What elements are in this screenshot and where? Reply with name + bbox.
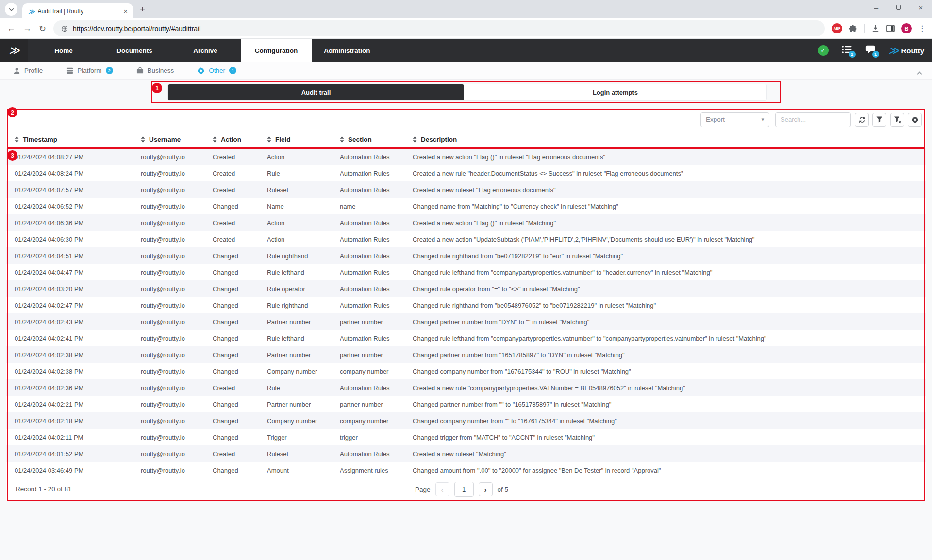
download-icon[interactable] [871, 24, 880, 33]
column-header-field[interactable]: Field [267, 136, 340, 143]
tab-login-attempts[interactable]: Login attempts [464, 84, 766, 100]
cell-action: Changed [213, 285, 267, 293]
search-input[interactable] [775, 112, 851, 127]
column-header-description[interactable]: Description [413, 136, 926, 143]
table-row[interactable]: 01/24/2024 04:01:52 PM routty@routty.io … [6, 445, 926, 462]
collapse-panel-button[interactable] [918, 69, 921, 78]
reload-icon[interactable]: ↻ [39, 23, 46, 34]
nav-item-home[interactable]: Home [28, 39, 99, 62]
adblock-extension-icon[interactable]: ABP [832, 23, 842, 33]
table-row[interactable]: 01/24/2024 03:46:49 PM routty@routty.io … [6, 462, 926, 478]
cell-username: routty@routty.io [141, 219, 213, 227]
table-row[interactable]: 01/24/2024 04:04:47 PM routty@routty.io … [6, 264, 926, 280]
subnav-item-business[interactable]: Business [136, 67, 174, 74]
next-page-button[interactable]: › [479, 482, 493, 496]
cell-username: routty@routty.io [141, 153, 213, 161]
table-row[interactable]: 01/24/2024 04:08:27 PM routty@routty.io … [6, 148, 926, 165]
address-bar[interactable]: https://dev.routty.be/portal/routty/#aud… [53, 20, 825, 36]
brand[interactable]: ≫ Routty [889, 45, 924, 56]
forward-icon[interactable]: → [23, 23, 32, 33]
window-maximize-button[interactable] [887, 0, 910, 15]
refresh-button[interactable] [855, 113, 869, 127]
table-row[interactable]: 01/24/2024 04:08:24 PM routty@routty.io … [6, 165, 926, 181]
task-list-button[interactable]: 2 [842, 45, 852, 56]
browser-menu-icon[interactable]: ⋮ [918, 24, 926, 33]
profile-avatar[interactable]: B [901, 23, 912, 33]
column-header-timestamp[interactable]: Timestamp [15, 136, 141, 143]
page-label: Page [415, 486, 431, 493]
column-header-section[interactable]: Section [340, 136, 413, 143]
page-input[interactable] [454, 482, 474, 497]
tab-search-button[interactable] [5, 3, 17, 16]
cell-timestamp: 01/24/2024 04:02:47 PM [15, 302, 141, 309]
window-close-button[interactable]: × [910, 0, 932, 15]
nav-item-administration[interactable]: Administration [312, 39, 383, 62]
cell-timestamp: 01/24/2024 04:02:11 PM [15, 434, 141, 441]
nav-item-documents[interactable]: Documents [99, 39, 170, 62]
column-header-username[interactable]: Username [141, 136, 213, 143]
window-minimize-button[interactable]: – [865, 0, 887, 15]
table-footer: Record 1 - 20 of 81 Page ‹ › of 5 [6, 478, 926, 501]
cell-action: Created [213, 170, 267, 177]
filter-button[interactable] [872, 113, 886, 127]
new-tab-button[interactable]: + [140, 4, 145, 15]
cell-field: Action [267, 236, 340, 243]
clear-filter-button[interactable] [890, 113, 904, 127]
cell-timestamp: 01/24/2024 04:08:27 PM [15, 153, 141, 161]
subnav-item-platform[interactable]: Platform 2 [66, 67, 113, 74]
table-row[interactable]: 01/24/2024 04:02:47 PM routty@routty.io … [6, 297, 926, 313]
cell-username: routty@routty.io [141, 384, 213, 392]
cell-section: Automation Rules [340, 219, 413, 227]
cell-description: Created a new action "UpdateSubtask ('PI… [413, 236, 926, 243]
tab-audit-trail[interactable]: Audit trail [168, 84, 464, 100]
table-row[interactable]: 01/24/2024 04:02:38 PM routty@routty.io … [6, 346, 926, 363]
subnav-item-profile[interactable]: Profile [13, 67, 43, 75]
export-dropdown[interactable]: Export ▾ [700, 112, 769, 127]
messages-button[interactable]: 1 [865, 45, 876, 56]
table-row[interactable]: 01/24/2024 04:02:11 PM routty@routty.io … [6, 429, 926, 445]
cell-section: Automation Rules [340, 269, 413, 276]
cell-field: Trigger [267, 434, 340, 441]
back-icon[interactable]: ← [7, 23, 16, 33]
nav-item-archive[interactable]: Archive [170, 39, 241, 62]
table-row[interactable]: 01/24/2024 04:02:18 PM routty@routty.io … [6, 412, 926, 429]
prev-page-button[interactable]: ‹ [435, 482, 449, 496]
sort-icon [267, 136, 271, 143]
tab-close-icon[interactable]: × [122, 7, 129, 15]
table-row[interactable]: 01/24/2024 04:06:52 PM routty@routty.io … [6, 198, 926, 214]
column-header-action[interactable]: Action [213, 136, 267, 143]
extensions-puzzle-icon[interactable] [849, 24, 857, 33]
browser-tab[interactable]: ≫ Audit trail | Routty × [22, 3, 133, 18]
table-row[interactable]: 01/24/2024 04:04:51 PM routty@routty.io … [6, 247, 926, 264]
table-settings-button[interactable] [908, 113, 922, 127]
message-count-badge: 1 [872, 51, 879, 58]
cell-field: Rule righthand [267, 302, 340, 309]
nav-item-configuration[interactable]: Configuration [241, 39, 312, 62]
table-row[interactable]: 01/24/2024 04:02:38 PM routty@routty.io … [6, 363, 926, 379]
subnav-item-other[interactable]: Other 1 [197, 67, 236, 75]
cell-action: Created [213, 186, 267, 194]
maximize-icon [896, 5, 901, 10]
cell-username: routty@routty.io [141, 170, 213, 177]
table-row[interactable]: 01/24/2024 04:06:36 PM routty@routty.io … [6, 214, 926, 231]
chevron-down-icon [9, 6, 14, 11]
table-row[interactable]: 01/24/2024 04:03:20 PM routty@routty.io … [6, 280, 926, 297]
app-nav-right: ✓ 2 1 ≫ Routty [818, 39, 924, 62]
table-row[interactable]: 01/24/2024 04:02:21 PM routty@routty.io … [6, 396, 926, 412]
chevron-down-icon: ▾ [761, 116, 764, 123]
side-panel-icon[interactable] [886, 25, 895, 32]
cell-timestamp: 01/24/2024 04:04:47 PM [15, 269, 141, 276]
app-logo[interactable]: ≫ [0, 39, 28, 62]
cell-field: Ruleset [267, 186, 340, 194]
table-row[interactable]: 01/24/2024 04:06:30 PM routty@routty.io … [6, 231, 926, 247]
cell-timestamp: 01/24/2024 04:02:36 PM [15, 384, 141, 392]
table-row[interactable]: 01/24/2024 04:02:36 PM routty@routty.io … [6, 379, 926, 396]
table-row[interactable]: 01/24/2024 04:02:43 PM routty@routty.io … [6, 313, 926, 330]
table-row[interactable]: 01/24/2024 04:07:57 PM routty@routty.io … [6, 181, 926, 198]
cell-timestamp: 01/24/2024 04:02:18 PM [15, 417, 141, 425]
cell-username: routty@routty.io [141, 203, 213, 210]
table-row[interactable]: 01/24/2024 04:02:41 PM routty@routty.io … [6, 330, 926, 346]
gear-icon [197, 67, 205, 75]
cell-timestamp: 01/24/2024 04:02:38 PM [15, 368, 141, 375]
sort-icon [340, 136, 344, 143]
